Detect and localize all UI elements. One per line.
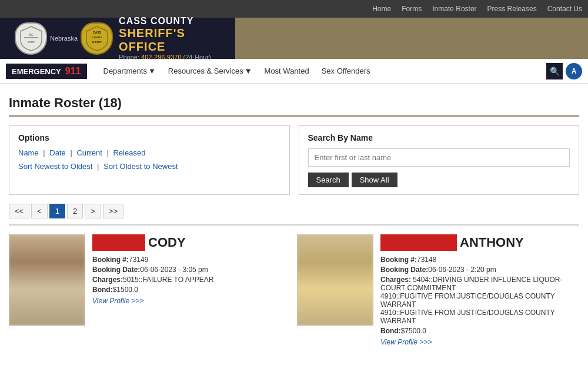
emergency-badge: EMERGENCY 911 — [6, 64, 87, 79]
svg-text:NE: NE — [29, 33, 34, 37]
options-title: Options — [18, 133, 280, 142]
inmate-card-1: CODY Booking #:73149 Booking Date:06-06-… — [9, 234, 285, 346]
booking-num-row-2: Booking #:73148 — [380, 256, 573, 264]
options-box: Options Name | Date | Current | Released… — [9, 125, 290, 195]
inmate-last-name-2: ANTHONY — [460, 235, 524, 250]
page-2[interactable]: 2 — [67, 204, 83, 218]
page-title: Inmate Roster (18) — [9, 95, 579, 117]
charges-row-1: Charges:5015::FAILURE TO APPEAR — [92, 276, 285, 284]
nav-contact-us[interactable]: Contact Us — [547, 5, 582, 13]
svg-text:SHERIFF: SHERIFF — [92, 41, 102, 44]
charges-2c: 4910::FUGITIVE FROM JUSTICE/DOUGLAS COUN… — [380, 309, 555, 325]
inmate-info-2: ANTHONY Booking #:73148 Booking Date:06-… — [380, 234, 573, 346]
state-label-area: Nebraska — [50, 35, 78, 42]
emergency-number: 911 — [65, 66, 81, 76]
county-name: CASS COUNTY — [119, 16, 226, 26]
svg-text:CASS: CASS — [93, 31, 102, 34]
booking-num-1: 73149 — [129, 256, 148, 264]
bond-row-2: Bond:$7500.0 — [380, 327, 573, 335]
booking-date-row-2: Booking Date:06-06-2023 - 2:20 pm — [380, 266, 573, 274]
bond-row-1: Bond:$1500.0 — [92, 286, 285, 294]
search-buttons: Search Show All — [308, 173, 570, 187]
inmate-card-2: ANTHONY Booking #:73148 Booking Date:06-… — [297, 234, 573, 346]
search-box: Search By Name Search Show All — [299, 125, 580, 195]
inmate-photo-1 — [9, 234, 85, 326]
charges-row-2: Charges: 5404::DRIVING UNDER INFLUENCE L… — [380, 276, 573, 325]
resources-chevron-icon: ▼ — [245, 67, 252, 75]
show-all-button[interactable]: Show All — [352, 173, 397, 187]
header-left: NE STATE Nebraska CASS COUNTY SHERIFF CA… — [0, 18, 235, 59]
options-search-row: Options Name | Date | Current | Released… — [9, 125, 579, 195]
nav-departments[interactable]: Departments ▼ — [99, 64, 161, 78]
option-current[interactable]: Current — [76, 148, 102, 157]
secondary-nav: EMERGENCY 911 Departments ▼ Resources & … — [0, 59, 588, 84]
inmate-name-2: ANTHONY — [380, 234, 573, 251]
option-sort-newest[interactable]: Sort Newest to Oldest — [18, 162, 92, 171]
charges-2b: 4910::FUGITIVE FROM JUSTICE/DOUGLAS COUN… — [380, 292, 555, 309]
option-released[interactable]: Released — [113, 148, 145, 157]
option-sort-oldest[interactable]: Sort Oldest to Newest — [103, 162, 178, 171]
search-button[interactable]: 🔍 — [546, 63, 563, 79]
name-redacted-1 — [92, 234, 145, 251]
shield-left-icon: NE STATE — [15, 22, 47, 55]
view-profile-2[interactable]: View Profile >>> — [380, 338, 573, 346]
header: NE STATE Nebraska CASS COUNTY SHERIFF CA… — [0, 18, 588, 59]
bond-2: $7500.0 — [401, 327, 426, 335]
option-name[interactable]: Name — [18, 148, 39, 157]
search-label: Search By Name — [308, 133, 570, 142]
option-date[interactable]: Date — [49, 148, 65, 157]
nav-inmate-roster[interactable]: Inmate Roster — [432, 5, 476, 13]
logo-images: NE STATE Nebraska CASS COUNTY SHERIFF — [15, 22, 113, 55]
search-input[interactable] — [308, 148, 570, 167]
search-submit-button[interactable]: Search — [308, 173, 349, 187]
inmate-photo-2 — [297, 234, 373, 326]
emergency-label: EMERGENCY — [12, 67, 61, 76]
page-first[interactable]: << — [9, 204, 29, 218]
page-1[interactable]: 1 — [49, 204, 65, 218]
top-nav: Home Forms Inmate Roster Press Releases … — [0, 0, 588, 18]
departments-chevron-icon: ▼ — [148, 67, 156, 75]
logo-text: CASS COUNTY SHERIFF'S OFFICE Phone: 402-… — [119, 16, 226, 61]
inmate-last-name-1: CODY — [148, 235, 186, 250]
accessibility-button[interactable]: A — [566, 63, 582, 79]
secondary-nav-items: Departments ▼ Resources & Services ▼ Mos… — [99, 64, 375, 78]
phone-suffix: (24-Hour) — [183, 54, 211, 61]
booking-num-2: 73148 — [417, 256, 436, 264]
svg-text:COUNTY: COUNTY — [92, 36, 102, 39]
photo-placeholder-2 — [297, 234, 373, 326]
shield-right-icon: CASS COUNTY SHERIFF — [81, 22, 113, 55]
photo-placeholder-1 — [9, 234, 85, 326]
svg-rect-1 — [24, 37, 38, 38]
inmate-info-1: CODY Booking #:73149 Booking Date:06-06-… — [92, 234, 285, 346]
inmates-grid: CODY Booking #:73149 Booking Date:06-06-… — [9, 234, 579, 346]
phone-label: Phone: — [119, 54, 139, 61]
nav-most-wanted[interactable]: Most Wanted — [260, 64, 314, 78]
inmate-name-1: CODY — [92, 234, 285, 251]
booking-date-2: 06-06-2023 - 2:20 pm — [428, 266, 496, 274]
nav-resources[interactable]: Resources & Services ▼ — [163, 64, 257, 78]
nav-sex-offenders[interactable]: Sex Offenders — [317, 64, 375, 78]
page-last[interactable]: >> — [103, 204, 123, 218]
phone-info: Phone: 402-296-9370 (24-Hour) — [119, 54, 226, 61]
phone-number[interactable]: 402-296-9370 — [141, 54, 182, 61]
main-content: Inmate Roster (18) Options Name | Date |… — [0, 84, 588, 358]
pagination: << < 1 2 > >> — [9, 204, 579, 226]
nav-forms[interactable]: Forms — [402, 5, 422, 13]
office-name: SHERIFF'S OFFICE — [119, 26, 226, 54]
view-profile-1[interactable]: View Profile >>> — [92, 297, 285, 305]
booking-date-1: 06-06-2023 - 3:05 pm — [140, 266, 208, 274]
name-redacted-2 — [380, 234, 457, 251]
nav-home[interactable]: Home — [372, 5, 391, 13]
page-next[interactable]: > — [85, 204, 101, 218]
nav-press-releases[interactable]: Press Releases — [487, 5, 537, 13]
svg-text:STATE: STATE — [27, 41, 35, 44]
page-prev[interactable]: < — [31, 204, 48, 218]
options-links-row2: Sort Newest to Oldest | Sort Oldest to N… — [18, 162, 280, 171]
bond-1: $1500.0 — [113, 286, 138, 294]
state-label: Nebraska — [50, 35, 78, 42]
booking-date-row-1: Booking Date:06-06-2023 - 3:05 pm — [92, 266, 285, 274]
options-links-row1: Name | Date | Current | Released — [18, 148, 280, 157]
charges-1: 5015::FAILURE TO APPEAR — [123, 276, 213, 284]
booking-num-row-1: Booking #:73149 — [92, 256, 285, 264]
